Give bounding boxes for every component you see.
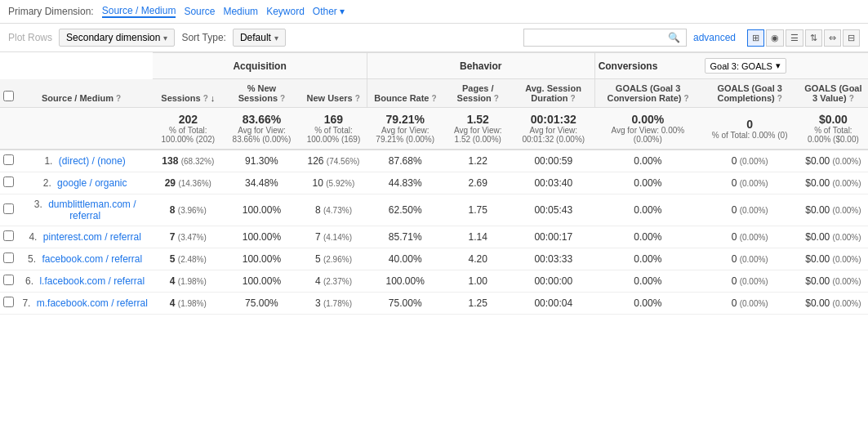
sessions-pct: (3.47%) xyxy=(178,233,207,242)
group-header-row: Acquisition Behavior Conversions Goal 3:… xyxy=(0,53,868,79)
pages-session-help-icon[interactable]: ? xyxy=(494,94,499,103)
new-users-help-icon[interactable]: ? xyxy=(355,94,360,103)
pages-session-value: 1.00 xyxy=(469,275,487,287)
advanced-link[interactable]: advanced xyxy=(693,32,736,43)
row-checkbox-cell xyxy=(0,150,17,172)
source-medium-cell: 6. l.facebook.com / referral xyxy=(17,270,153,293)
source-medium-link[interactable]: pinterest.com / referral xyxy=(43,231,141,243)
new-users-value: 10 xyxy=(313,177,323,189)
plot-rows-button[interactable]: Plot Rows xyxy=(8,32,52,43)
sessions-cell: 7 (3.47%) xyxy=(153,226,223,248)
goals-val-value: $0.00 xyxy=(805,275,830,287)
search-icon[interactable]: 🔍 xyxy=(668,32,680,43)
new-users-value: 3 xyxy=(315,297,321,309)
other-link[interactable]: Other ▾ xyxy=(313,6,345,17)
sessions-help-icon[interactable]: ? xyxy=(203,94,208,103)
comparison-view-icon[interactable]: ⇅ xyxy=(805,29,822,47)
source-link[interactable]: Source xyxy=(184,6,215,17)
row-checkbox-cell xyxy=(0,293,17,315)
goals-val-pct: (0.00%) xyxy=(833,299,861,308)
bounce-rate-help-icon[interactable]: ? xyxy=(432,94,437,103)
totals-label xyxy=(17,108,153,150)
goals-comp-value: 0 xyxy=(732,155,737,167)
goals-rate-header: GOALS (Goal 3 Conversion Rate) ? xyxy=(594,79,701,108)
row-number: 5. xyxy=(28,253,39,265)
table-row: 4. pinterest.com / referral 7 (3.47%) 10… xyxy=(0,226,868,248)
pct-new-sessions-cell: 100.00% xyxy=(223,194,300,226)
row-checkbox[interactable] xyxy=(3,203,14,214)
goals-comp-value: 0 xyxy=(732,275,737,287)
keyword-link[interactable]: Keyword xyxy=(266,6,305,17)
secondary-dimension-dropdown[interactable]: Secondary dimension ▾ xyxy=(59,29,175,47)
source-medium-link[interactable]: m.facebook.com / referral xyxy=(37,297,148,309)
pages-session-value: 1.75 xyxy=(469,204,487,216)
source-medium-link[interactable]: facebook.com / referral xyxy=(42,253,142,265)
row-checkbox-cell xyxy=(0,194,17,226)
bar-chart-view-icon[interactable]: ☰ xyxy=(786,29,803,47)
pct-new-help-icon[interactable]: ? xyxy=(280,94,285,103)
select-all-checkbox[interactable] xyxy=(3,91,14,101)
goals-val-help-icon[interactable]: ? xyxy=(849,94,854,103)
medium-link[interactable]: Medium xyxy=(223,6,258,17)
table-row: 6. l.facebook.com / referral 4 (1.98%) 1… xyxy=(0,270,868,293)
totals-pct-new: 83.66% Avg for View: 83.66% (0.00%) xyxy=(223,108,300,150)
row-checkbox[interactable] xyxy=(3,252,14,263)
source-medium-link[interactable]: (direct) / (none) xyxy=(59,155,126,167)
behavior-group-header: Behavior xyxy=(367,53,594,79)
goals-rate-value: 0.00% xyxy=(634,177,661,189)
avg-session-value: 00:00:04 xyxy=(534,297,572,309)
goals-rate-cell: 0.00% xyxy=(594,270,701,293)
pages-session-header: Pages / Session ? xyxy=(443,79,512,108)
sessions-value: 7 xyxy=(170,231,176,243)
bounce-rate-cell: 75.00% xyxy=(367,293,443,315)
data-table-container: Acquisition Behavior Conversions Goal 3:… xyxy=(0,52,868,315)
new-users-pct: (74.56%) xyxy=(327,157,360,166)
goals-comp-value: 0 xyxy=(732,297,737,309)
source-medium-link[interactable]: l.facebook.com / referral xyxy=(39,275,145,287)
new-users-pct: (5.92%) xyxy=(326,179,354,188)
avg-session-value: 00:05:43 xyxy=(534,204,572,216)
goal-dropdown-button[interactable]: Goal 3: GOALS ▾ xyxy=(705,58,786,74)
goals-val-cell: $0.00 (0.00%) xyxy=(799,194,868,226)
pivot-view-icon[interactable]: ⇔ xyxy=(824,29,841,47)
source-medium-cell: 2. google / organic xyxy=(17,172,153,194)
pages-session-cell: 1.75 xyxy=(443,194,512,226)
goals-val-pct: (0.00%) xyxy=(833,206,861,215)
row-checkbox-cell xyxy=(0,270,17,293)
totals-row: 202 % of Total: 100.00% (202) 83.66% Avg… xyxy=(0,108,868,150)
row-checkbox[interactable] xyxy=(3,297,14,307)
sort-type-dropdown[interactable]: Default ▾ xyxy=(233,29,286,47)
source-medium-help-icon[interactable]: ? xyxy=(116,94,121,103)
bounce-rate-value: 62.50% xyxy=(389,204,422,216)
goals-rate-help-icon[interactable]: ? xyxy=(684,94,689,103)
lifetime-view-icon[interactable]: ⊟ xyxy=(843,29,860,47)
goals-rate-cell: 0.00% xyxy=(594,293,701,315)
analytics-table: Acquisition Behavior Conversions Goal 3:… xyxy=(0,52,868,315)
goals-comp-cell: 0 (0.00%) xyxy=(701,248,799,270)
totals-new-users: 169 % of Total: 100.00% (169) xyxy=(300,108,367,150)
new-users-cell: 126 (74.56%) xyxy=(300,150,367,172)
goals-comp-pct: (0.00%) xyxy=(740,157,768,166)
row-checkbox[interactable] xyxy=(3,154,14,165)
row-checkbox[interactable] xyxy=(3,275,14,285)
sessions-cell: 4 (1.98%) xyxy=(153,293,223,315)
goals-comp-cell: 0 (0.00%) xyxy=(701,270,799,293)
source-medium-link[interactable]: Source / Medium xyxy=(102,5,176,18)
goals-comp-help-icon[interactable]: ? xyxy=(777,94,782,103)
new-users-value: 126 xyxy=(307,155,323,167)
goals-rate-value: 0.00% xyxy=(634,204,661,216)
avg-session-help-icon[interactable]: ? xyxy=(571,94,576,103)
avg-session-value: 00:03:40 xyxy=(534,177,572,189)
pages-session-cell: 2.69 xyxy=(443,172,512,194)
row-number: 3. xyxy=(34,199,46,210)
data-table-view-icon[interactable]: ⊞ xyxy=(747,29,764,47)
source-medium-link[interactable]: google / organic xyxy=(57,177,127,189)
avg-session-value: 00:00:00 xyxy=(534,275,572,287)
goals-val-pct: (0.00%) xyxy=(833,277,861,286)
row-checkbox[interactable] xyxy=(3,177,14,187)
pie-chart-view-icon[interactable]: ◉ xyxy=(766,29,784,47)
search-input[interactable] xyxy=(529,32,668,43)
sessions-header[interactable]: Sessions ? ↓ xyxy=(153,79,223,108)
source-medium-link[interactable]: dumblittleman.com / referral xyxy=(48,199,136,221)
row-checkbox[interactable] xyxy=(3,230,14,241)
